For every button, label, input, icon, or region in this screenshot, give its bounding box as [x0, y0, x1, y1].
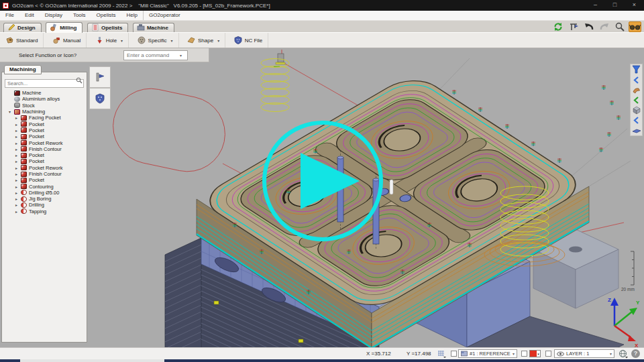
- material-icon: [14, 97, 20, 102]
- operation-tree: Machine Aluminium alloys Stock ▾Machinin…: [2, 90, 87, 215]
- contour-op-icon: [21, 172, 27, 177]
- help-button[interactable]: ?: [631, 349, 640, 358]
- collapse-button-3[interactable]: [631, 115, 642, 125]
- caliper-icon[interactable]: [567, 21, 580, 32]
- current-color-swatch[interactable]: ▾: [529, 350, 541, 357]
- tree-item[interactable]: ▸Drilling Ø5.00: [2, 190, 87, 196]
- hole-button[interactable]: Hole ▾: [90, 33, 129, 48]
- status-bar: X =35.712 Y =17.498 #1 : REFERENCE ▾ ▾ L…: [0, 347, 644, 359]
- part-display-button[interactable]: [631, 125, 642, 135]
- axis-z-label: Z: [608, 297, 611, 303]
- tree-item[interactable]: ▸Finish Contour: [2, 146, 87, 152]
- tab-design[interactable]: Design: [3, 23, 42, 33]
- ncfile-button[interactable]: NC File: [229, 33, 269, 48]
- manual-button[interactable]: Manual: [47, 33, 87, 48]
- redo-icon[interactable]: [598, 21, 610, 32]
- menu-go2operator[interactable]: GO2operator: [143, 11, 186, 20]
- reference-checkbox[interactable]: [451, 351, 457, 357]
- tree-item[interactable]: ▸Facing Pocket: [2, 115, 87, 121]
- command-dropdown-arrow[interactable]: ▾: [180, 53, 182, 58]
- window-title: GO2cam < © GO2cam International 2009 - 2…: [12, 3, 270, 9]
- stock-box-icon: [631, 105, 641, 115]
- layer-checkbox[interactable]: [545, 351, 551, 357]
- tree-item[interactable]: ▸Pocket: [2, 158, 87, 164]
- reference-plane-icon: [461, 351, 468, 357]
- command-bar: Select Function or Icon? ▾: [0, 48, 209, 62]
- tree-item[interactable]: ▸Pocket: [2, 152, 87, 158]
- tree-item[interactable]: ▸Jig Boring: [2, 196, 87, 202]
- tree-item[interactable]: ▸Pocket: [2, 127, 87, 133]
- tree-item[interactable]: ▸Tapping: [2, 208, 87, 215]
- specific-button[interactable]: Specific ▾: [132, 33, 179, 48]
- tab-milling[interactable]: Milling: [46, 22, 83, 33]
- chevron-left-green-icon: [632, 96, 641, 105]
- command-label: Select Function or Icon?: [19, 52, 76, 58]
- play-button[interactable]: [262, 121, 383, 241]
- drilling-op-icon: [21, 196, 27, 202]
- filter-button[interactable]: [631, 65, 642, 74]
- search-input[interactable]: [5, 79, 84, 88]
- quick-tools-row1: [551, 21, 641, 32]
- pocket-op-icon: [21, 134, 27, 139]
- tree-item[interactable]: ▸Pocket: [2, 177, 87, 183]
- tree-item[interactable]: ▸Finish Contour: [2, 171, 87, 177]
- standard-button[interactable]: Standard: [0, 33, 44, 48]
- menu-tools[interactable]: Tools: [68, 11, 91, 20]
- tool-display-button[interactable]: [631, 85, 642, 95]
- close-button[interactable]: ×: [625, 0, 644, 11]
- grid-toggle[interactable]: [437, 350, 446, 359]
- x-coordinate: X =35.712: [366, 351, 391, 357]
- measure-caliper-icon: [95, 72, 105, 82]
- tree-item[interactable]: Aluminium alloys: [2, 96, 87, 102]
- pocket-op-icon: [21, 140, 27, 145]
- tree-item[interactable]: ▸Pocket Rework: [2, 139, 87, 145]
- layer-select[interactable]: LAYER : 1 ▾: [554, 349, 614, 358]
- play-triangle-icon: [301, 153, 360, 209]
- shield-icon: [95, 93, 105, 104]
- tab-machine[interactable]: Machine: [133, 23, 174, 33]
- bottom-edge-segment: [20, 359, 164, 362]
- zoom-icon[interactable]: [613, 21, 626, 32]
- standard-icon: [5, 36, 13, 44]
- design-icon: [7, 23, 15, 32]
- tree-item[interactable]: ▸Pocket Rework: [2, 165, 87, 171]
- menu-edit[interactable]: Edit: [19, 11, 40, 20]
- menu-opelists[interactable]: Opelists: [91, 11, 121, 20]
- command-input[interactable]: [123, 50, 188, 60]
- tree-item[interactable]: Stock: [2, 103, 87, 109]
- sidebar-tab-machining[interactable]: Machining: [4, 65, 42, 74]
- tree-item[interactable]: Machine: [2, 90, 87, 96]
- machining-icon: [14, 109, 20, 115]
- color-checkbox[interactable]: [521, 351, 527, 357]
- collapse-button-2[interactable]: [631, 95, 642, 105]
- shield-button[interactable]: [89, 88, 111, 109]
- minimize-button[interactable]: –: [586, 0, 605, 11]
- collapse-button-1[interactable]: [631, 75, 642, 84]
- tree-item[interactable]: ▸Pocket: [2, 133, 87, 139]
- undo-icon[interactable]: [582, 21, 595, 32]
- tree-item[interactable]: ▾Machining: [2, 109, 87, 115]
- pocket-op-icon: [21, 121, 27, 127]
- measure-button[interactable]: [89, 66, 111, 88]
- world-button[interactable]: [619, 349, 629, 360]
- side-button-stack: [89, 66, 111, 109]
- y-coordinate: Y =17.498: [407, 351, 431, 357]
- axis-x-label: X: [635, 343, 639, 347]
- stock-display-button[interactable]: [631, 105, 642, 115]
- opelists-icon: [91, 23, 99, 32]
- shape-dropdown-arrow[interactable]: ▾: [217, 38, 219, 43]
- reference-select[interactable]: #1 : REFERENCE ▾: [458, 349, 517, 358]
- menu-help[interactable]: Help: [121, 11, 143, 20]
- maximize-button[interactable]: □: [605, 0, 625, 11]
- menu-display[interactable]: Display: [40, 11, 68, 20]
- specific-dropdown-arrow[interactable]: ▾: [171, 38, 173, 43]
- tree-item[interactable]: ▸Drilling: [2, 202, 87, 208]
- glasses-icon[interactable]: [629, 21, 641, 32]
- tree-item[interactable]: ▸Pocket: [2, 121, 87, 127]
- tab-opelists[interactable]: Opelists: [87, 23, 129, 33]
- menu-file[interactable]: File: [0, 11, 19, 20]
- shape-button[interactable]: Shape ▾: [182, 33, 225, 48]
- tree-item[interactable]: ▸Contouring: [2, 183, 87, 189]
- hole-dropdown-arrow[interactable]: ▾: [121, 38, 123, 43]
- sync-icon[interactable]: [551, 21, 564, 32]
